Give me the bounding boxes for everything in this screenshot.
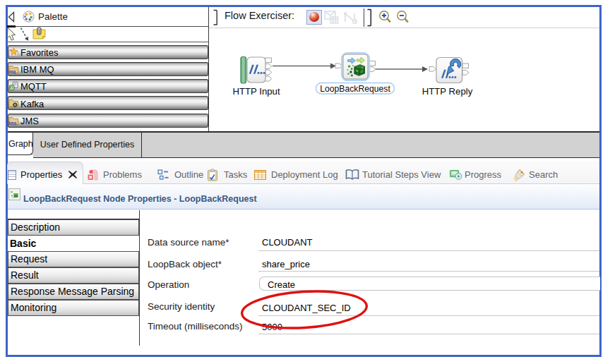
svg-text:mq: mq bbox=[9, 69, 16, 74]
svg-text:HTTP Reply: HTTP Reply bbox=[422, 86, 473, 97]
svg-text:ims: ims bbox=[8, 120, 17, 125]
svg-text:HTTP Input: HTTP Input bbox=[232, 86, 280, 97]
svg-text:LoopBackRequest: LoopBackRequest bbox=[320, 84, 390, 94]
